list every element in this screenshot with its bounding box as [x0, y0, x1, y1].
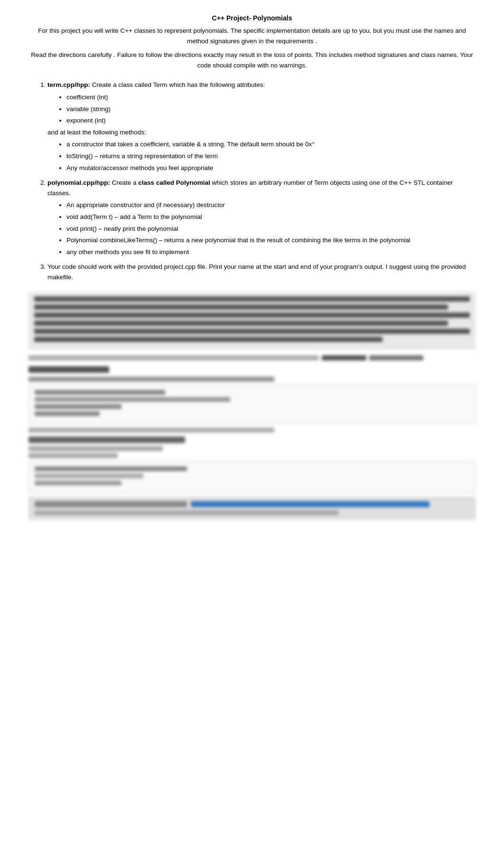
item2-methods: An appropriate constructor and (if neces… [47, 200, 476, 257]
list-item: toString() – returns a string representa… [66, 151, 476, 161]
intro-paragraph: For this project you will write C++ clas… [28, 26, 476, 46]
list-item-3: Your code should work with the provided … [47, 262, 476, 282]
blurred-middle-text [28, 424, 476, 436]
list-item: Polynomial combineLikeTerms() – returns … [66, 235, 476, 246]
list-item: exponent (int) [66, 115, 476, 126]
item1-methods: a constructor that takes a coefficient, … [47, 139, 476, 173]
blurred-content-1 [28, 292, 476, 350]
blurred-constructor [28, 436, 476, 458]
item1-methods-intro: and at least the following methods: [47, 129, 146, 136]
list-item: coefficient (int) [66, 92, 476, 103]
list-item: variable (string) [66, 104, 476, 114]
list-item: void print() – neatly print the polynomi… [66, 224, 476, 234]
blurred-bottom-bar [28, 497, 476, 520]
code-block-2 [28, 461, 476, 493]
requirements-list: term.cpp/hpp: Create a class called Term… [28, 80, 476, 282]
item1-label: term.cpp/hpp: [47, 81, 90, 88]
item2-label-suffix: Create a [110, 179, 137, 186]
list-item: any other methods you see fit to impleme… [66, 247, 476, 257]
item2-label-class: class called Polynomial [137, 179, 210, 186]
code-block-1 [28, 385, 476, 424]
list-item: Any mutator/accessor methods you feel ap… [66, 163, 476, 173]
list-item-2: polynomial.cpp/hpp: Create a class calle… [47, 178, 476, 257]
list-item: An appropriate constructor and (if neces… [66, 200, 476, 210]
blurred-class-term [28, 366, 476, 382]
page-title: C++ Project- Polynomials [28, 14, 476, 22]
item1-label-suffix: Create a class called Term which has the… [90, 81, 265, 88]
list-item: a constructor that takes a coefficient, … [66, 139, 476, 150]
directions-paragraph: Read the directions carefully . Failure … [28, 50, 476, 70]
list-item-1: term.cpp/hpp: Create a class called Term… [47, 80, 476, 173]
item2-label: polynomial.cpp/hpp: [47, 179, 110, 186]
list-item: void add(Term t) – add a Term to the pol… [66, 212, 476, 222]
item1-attributes: coefficient (int) variable (string) expo… [47, 92, 476, 126]
blurred-line-bar [28, 353, 476, 362]
